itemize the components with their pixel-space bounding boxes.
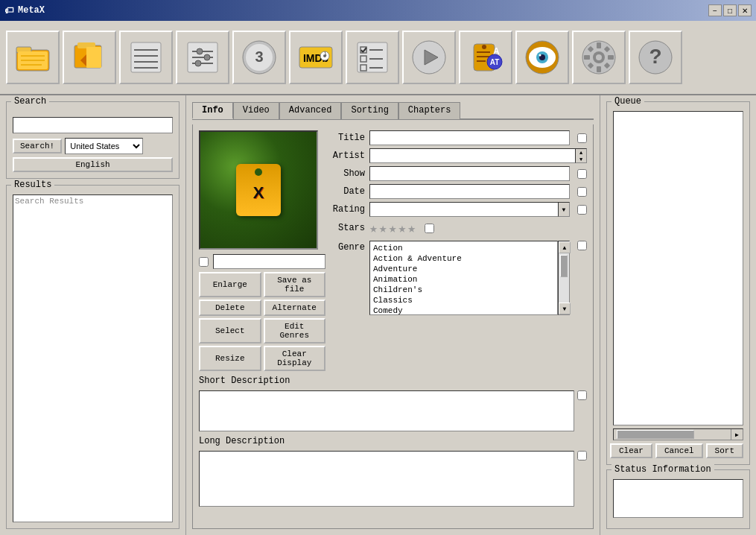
rating-input[interactable] xyxy=(369,202,570,217)
long-desc-checkbox[interactable] xyxy=(577,451,587,460)
select-btn[interactable]: Select xyxy=(199,318,261,344)
queue-group: Queue ▶ Clear Cancel Sort xyxy=(606,101,750,465)
svg-point-20 xyxy=(195,60,201,66)
svg-point-41 xyxy=(482,45,486,49)
genre-action[interactable]: Action xyxy=(372,243,556,253)
date-checkbox[interactable] xyxy=(577,187,587,197)
svg-rect-44 xyxy=(477,60,486,62)
title-input[interactable] xyxy=(369,130,570,145)
artist-input[interactable] xyxy=(369,148,587,163)
date-row: Date xyxy=(331,184,587,199)
badge3-icon: 3 xyxy=(241,39,277,75)
search-input[interactable] xyxy=(13,117,173,133)
recent-btn[interactable] xyxy=(63,31,116,84)
tab-chapters[interactable]: Chapters xyxy=(398,102,461,119)
show-input[interactable] xyxy=(369,166,570,181)
artwork-text-input[interactable] xyxy=(213,254,325,269)
date-input[interactable] xyxy=(369,184,570,199)
genre-action-adventure[interactable]: Action & Adventure xyxy=(372,253,556,264)
show-checkbox[interactable] xyxy=(577,169,587,179)
svg-text:?: ? xyxy=(649,45,661,68)
svg-rect-59 xyxy=(608,55,614,60)
status-label: Status Information xyxy=(612,464,714,475)
close-btn[interactable]: ✕ xyxy=(738,4,752,16)
sort-queue-btn[interactable]: Sort xyxy=(706,443,743,458)
artwork-checkbox-row xyxy=(199,254,325,269)
genre-scrollbar[interactable]: ▲ ▼ xyxy=(558,241,570,315)
gear-btn[interactable] xyxy=(572,31,626,84)
short-desc-textarea[interactable] xyxy=(199,390,574,431)
eye-icon xyxy=(524,39,560,75)
artwork-image: X xyxy=(199,130,318,250)
stars-row: Stars ★★★★★ xyxy=(331,220,587,236)
title-row: Title xyxy=(331,130,587,145)
tab-video[interactable]: Video xyxy=(233,102,279,119)
title-checkbox[interactable] xyxy=(577,133,587,143)
svg-point-16 xyxy=(197,48,203,54)
svg-text:3: 3 xyxy=(255,48,263,65)
autotag-icon: A AT xyxy=(468,39,504,75)
genre-container: Action Action & Adventure Adventure Anim… xyxy=(369,241,570,315)
tab-advanced[interactable]: Advanced xyxy=(279,102,342,119)
sliders-btn[interactable] xyxy=(176,31,229,84)
minimize-btn[interactable]: − xyxy=(708,4,722,16)
artwork-checkbox[interactable] xyxy=(199,257,209,267)
resize-btn[interactable]: Resize xyxy=(199,346,261,371)
title-label: Title xyxy=(331,133,365,143)
svg-rect-56 xyxy=(597,42,601,48)
svg-text:AT: AT xyxy=(490,58,500,66)
recent-icon xyxy=(72,39,107,75)
cancel-queue-btn[interactable]: Cancel xyxy=(655,443,703,458)
genre-classics[interactable]: Classics xyxy=(372,295,556,306)
imdb-btn[interactable]: IMDb xyxy=(289,31,343,84)
genre-animation[interactable]: Animation xyxy=(372,274,556,285)
genre-adventure[interactable]: Adventure xyxy=(372,264,556,274)
queue-area[interactable] xyxy=(613,111,743,425)
rating-checkbox[interactable] xyxy=(577,205,587,215)
svg-rect-42 xyxy=(477,51,490,53)
queue-scrollbar[interactable]: ▶ xyxy=(613,428,743,440)
artist-arrows[interactable]: ▲ ▼ xyxy=(575,148,587,163)
maximize-btn[interactable]: □ xyxy=(723,4,737,16)
badge3-btn[interactable]: 3 xyxy=(232,31,286,84)
checklist-btn[interactable] xyxy=(346,31,399,84)
genre-list[interactable]: Action Action & Adventure Adventure Anim… xyxy=(369,241,558,315)
results-list[interactable]: Search Results xyxy=(13,194,173,522)
stars-display[interactable]: ★★★★★ xyxy=(369,220,417,236)
delete-btn[interactable]: Delete xyxy=(199,300,261,316)
alternate-btn[interactable]: Alternate xyxy=(264,300,326,316)
search-btn[interactable]: Search! xyxy=(13,139,62,153)
open-folder-btn[interactable] xyxy=(6,31,60,84)
artist-row: Artist ▲ ▼ xyxy=(331,148,587,163)
clear-queue-btn[interactable]: Clear xyxy=(610,443,652,458)
genre-checkbox[interactable] xyxy=(577,241,587,250)
tab-info[interactable]: Info xyxy=(192,102,233,119)
tab-sorting[interactable]: Sorting xyxy=(341,102,398,119)
info-top: X Enlarge Save as file Delete Alternate … xyxy=(199,130,587,371)
rating-dropdown-arrow[interactable]: ▼ xyxy=(558,202,570,217)
genre-scroll-up[interactable]: ▲ xyxy=(559,241,571,253)
long-desc-textarea[interactable] xyxy=(199,451,574,507)
stars-checkbox[interactable] xyxy=(425,224,434,233)
autotag-btn[interactable]: A AT xyxy=(459,31,512,84)
show-row: Show xyxy=(331,166,587,181)
short-desc-checkbox[interactable] xyxy=(577,390,587,400)
edit-genres-btn[interactable]: Edit Genres xyxy=(264,318,326,344)
queue-scroll-right[interactable]: ▶ xyxy=(731,429,743,440)
help-btn[interactable]: ? xyxy=(629,31,682,84)
save-as-file-btn[interactable]: Save as file xyxy=(264,272,326,297)
list-btn[interactable] xyxy=(119,31,173,84)
clear-display-btn[interactable]: Clear Display xyxy=(264,346,326,371)
genre-comedy[interactable]: Comedy xyxy=(372,306,556,315)
play-btn[interactable] xyxy=(402,31,456,84)
eye-btn[interactable] xyxy=(515,31,569,84)
language-btn[interactable]: English xyxy=(13,157,173,172)
genre-scroll-down[interactable]: ▼ xyxy=(559,303,571,314)
genre-label: Genre xyxy=(331,242,365,253)
title-bar: 🏷 MetaX − □ ✕ xyxy=(0,0,756,21)
enlarge-btn[interactable]: Enlarge xyxy=(199,272,261,297)
genre-childrens[interactable]: Children's xyxy=(372,285,556,295)
fields-area: Title Artist ▲ ▼ xyxy=(331,130,587,371)
tabs-bar: Info Video Advanced Sorting Chapters xyxy=(192,101,594,120)
country-select[interactable]: United States United Kingdom Canada xyxy=(65,138,143,154)
